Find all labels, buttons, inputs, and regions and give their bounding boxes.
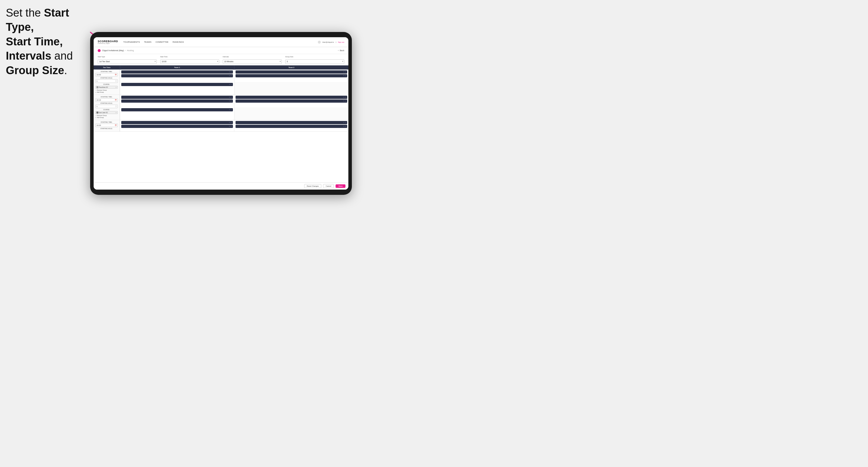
nav-committee[interactable]: COMMITTEE [156,40,169,43]
start-time-input[interactable] [160,59,219,64]
main-content[interactable]: STARTING TIME: 10:00 ⏰ STARTING HOLE: 1 … [94,69,348,183]
player-input-single2[interactable]: ✕⊙ [121,108,233,112]
group3-sidebar: STARTING TIME: 10:20 ⏰ STARTING HOLE: [94,120,120,131]
player-input-12[interactable]: ✕⊙ [236,125,347,128]
course-tag-icon: B [97,112,98,114]
nav-right: blair@clippd.io | Sign out [318,41,344,43]
add-group-btn[interactable]: + Add Group [95,91,118,93]
group1-hole-label: STARTING HOLE: [95,77,118,79]
course-tag-remove[interactable]: ✕ [116,86,117,88]
back-button[interactable]: ‹ Back [338,50,344,52]
tee-time-header: Tee Time [94,65,120,69]
group2-actions: ○ Remove Group + Add Group [95,115,118,118]
group1-sidebar: STARTING TIME: 10:00 ⏰ STARTING HOLE: 1 … [94,69,120,94]
group3-team2: ✕⊙ ✕⊙ [234,120,348,131]
nav-rankings[interactable]: RANKINGS [173,40,184,43]
team1-header: Team 1 [120,65,234,69]
instruction-text: Set the Start Type, Start Time, Interval… [6,6,96,77]
cancel-button[interactable]: Cancel [323,184,334,188]
table-row: STARTING TIME: 10:20 ⏰ STARTING HOLE: ✕⊙ [94,120,348,132]
table-row: STARTING TIME: 10:00 ⏰ STARTING HOLE: 1 … [94,69,348,95]
remove-group-btn[interactable]: ○ Remove Group [95,115,118,116]
player-input-8[interactable]: ✕⊙ [236,99,347,103]
player-icons: ✕ ⊙ [229,84,232,85]
group2-team2: ✕⊙ ✕⊙ [234,95,348,107]
player-input-10[interactable]: ✕⊙ [121,125,233,128]
player-input-11[interactable]: ✕⊙ [236,121,347,124]
player-input-6[interactable]: ✕⊙ [121,99,233,103]
start-time-group: Start Time [160,56,219,64]
player-input-5[interactable]: ✕⊙ [121,96,233,99]
player-icons: ✕⊙ [343,100,346,102]
info-icon: ⊙ [345,71,346,73]
intervals-label: Intervals [223,56,282,58]
group2-hole-label: STARTING HOLE: [95,103,118,104]
start-type-select[interactable]: 1st Tee Start Shotgun Start [98,59,157,64]
nav-links: TOURNAMENTS TEAMS COMMITTEE RANKINGS [123,40,318,43]
tablet-screen: SCOREBOARD Powered by clippd TOURNAMENTS… [94,37,348,190]
hole-spinner-arrows: ▲ ▼ [116,80,117,82]
group1-single-empty [234,82,348,94]
group2-sidebar: STARTING TIME: 10:10 ⏰ STARTING HOLE: 1 … [94,95,120,120]
start-type-label: Start Type [98,56,157,58]
player-input-3[interactable]: ✕ ⊙ [236,70,347,73]
group1-hole-spinner[interactable]: 1 ▲ ▼ [95,80,118,83]
group1-course-tag: A Peachtree GC ✕ [95,86,118,89]
breadcrumb-logo-dot [98,49,101,52]
course-tag-remove[interactable]: ✕ [116,112,117,114]
table-header: Tee Time Team 1 Team 2 [94,65,348,69]
group1-teams: ✕ ⊙ ✕ ⊙ [120,69,348,94]
start-type-wrapper: 1st Tee Start Shotgun Start [98,58,157,64]
user-avatar [318,41,321,43]
x-icon: ✕ [229,75,230,76]
bottom-bar: Reset Changes Cancel Save [94,182,348,190]
info-icon: ⊙ [230,84,232,85]
group1-time-label: STARTING TIME: [95,71,118,72]
group3-hole-label: STARTING HOLE: [95,128,118,129]
add-group-btn[interactable]: + Add Group [95,117,118,118]
player-icons: ✕⊙ [229,100,232,102]
group1-team-pair: ✕ ⊙ ✕ ⊙ [120,69,348,82]
group2-time-input[interactable]: 10:10 ⏰ [95,98,118,102]
player-input-4[interactable]: ✕ ⊙ [236,74,347,77]
player-icons: ✕ ⊙ [343,75,346,76]
info-icon: ⊙ [230,75,232,76]
player-input-9[interactable]: ✕⊙ [121,121,233,124]
add-icon: + [95,117,96,118]
player-icons: ✕⊙ [229,109,232,111]
back-label: Back [340,50,344,52]
reset-changes-button[interactable]: Reset Changes [304,184,321,188]
course-tag-icon: A [97,86,98,88]
group1-actions: ○ Remove Group + Add Group [95,89,118,93]
back-arrow-icon: ‹ [338,50,339,52]
user-email: blair@clippd.io [322,41,334,43]
start-time-label: Start Time [160,56,219,58]
player-input-1[interactable]: ✕ ⊙ [121,70,233,73]
info-icon: ⊙ [230,71,232,73]
save-button[interactable]: Save [336,184,345,188]
player-icons: ✕⊙ [343,125,346,127]
group-size-select[interactable]: 3 2 4 [285,59,344,64]
sign-out-link[interactable]: Sign out [338,41,344,43]
group1-time-input[interactable]: 10:00 ⏰ [95,73,118,76]
nav-teams[interactable]: TEAMS [144,40,152,43]
group3-time-value: 10:20 [97,124,115,126]
player-icons: ✕⊙ [229,96,232,98]
start-type-group: Start Type 1st Tee Start Shotgun Start [98,56,157,64]
group1-team2: ✕ ⊙ ✕ ⊙ [234,69,348,82]
group2-hole-spinner[interactable]: 1 ▲ ▼ [95,105,118,108]
player-icons: ✕ ⊙ [229,75,232,76]
controls-row: Start Type 1st Tee Start Shotgun Start S… [94,54,348,65]
remove-group-btn[interactable]: ○ Remove Group [95,89,118,91]
player-input-2[interactable]: ✕ ⊙ [121,74,233,77]
bold-start-time: Start Time, [6,35,63,48]
player-input-single[interactable]: ✕ ⊙ [121,83,233,86]
hole-spinner-arrows: ▲ ▼ [116,105,117,107]
intervals-select[interactable]: 10 Minutes 8 Minutes 12 Minutes [223,59,282,64]
player-input-7[interactable]: ✕⊙ [236,96,347,99]
intervals-wrapper: 10 Minutes 8 Minutes 12 Minutes [223,58,282,64]
group-size-label: Group Size [285,56,344,58]
nav-tournaments[interactable]: TOURNAMENTS [123,40,140,43]
nav-separator: | [336,41,336,43]
group3-time-input[interactable]: 10:20 ⏰ [95,124,118,127]
